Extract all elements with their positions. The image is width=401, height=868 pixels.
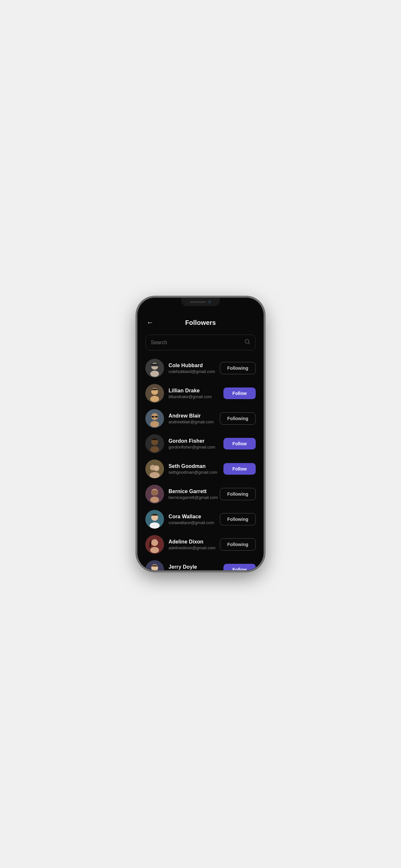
notch bbox=[181, 298, 220, 306]
svg-point-21 bbox=[154, 465, 159, 471]
user-info: Andrew Blair andrewblair@gmail.com bbox=[168, 413, 215, 424]
svg-point-25 bbox=[150, 497, 159, 503]
follow-button[interactable]: Following bbox=[220, 488, 256, 500]
user-name: Gordon Fisher bbox=[168, 438, 219, 444]
user-email: sethgoodman@gmail.com bbox=[168, 470, 219, 475]
user-name: Cora Wallace bbox=[168, 514, 215, 520]
notch-area bbox=[137, 298, 264, 312]
svg-rect-13 bbox=[151, 416, 154, 417]
svg-point-22 bbox=[150, 472, 160, 478]
follow-button[interactable]: Following bbox=[220, 412, 256, 425]
phone-screen: ← Followers bbox=[137, 298, 264, 570]
user-name: Seth Goodman bbox=[168, 463, 219, 469]
avatar bbox=[145, 460, 164, 478]
list-item: Lillian Drake lilliandrake@gmail.com Fol… bbox=[143, 381, 258, 406]
user-name: Bernice Garrett bbox=[168, 489, 215, 494]
follow-button[interactable]: Following bbox=[220, 513, 256, 525]
user-email: lilliandrake@gmail.com bbox=[168, 394, 219, 399]
avatar bbox=[145, 359, 164, 377]
follow-button[interactable]: Follow bbox=[223, 564, 256, 570]
svg-rect-14 bbox=[155, 416, 158, 417]
follow-button[interactable]: Following bbox=[220, 538, 256, 551]
header: ← Followers bbox=[137, 312, 264, 332]
svg-point-31 bbox=[150, 547, 159, 553]
user-email: andrewblair@gmail.com bbox=[168, 420, 215, 424]
follow-button[interactable]: Follow bbox=[223, 388, 256, 399]
user-info: Jerry Doyle jerrydoyle@gmail.com bbox=[168, 564, 219, 570]
user-info: Adeline Dixon adelinedixon@gmail.com bbox=[168, 539, 215, 550]
list-item: Cole Hubbard colehubbard@gmail.com Follo… bbox=[143, 355, 258, 381]
list-item: Gordon Fisher gordonfisher@gmail.com Fol… bbox=[143, 431, 258, 456]
list-item: Jerry Doyle jerrydoyle@gmail.com Follow bbox=[143, 557, 258, 570]
svg-point-12 bbox=[150, 421, 159, 427]
avatar bbox=[145, 384, 164, 403]
user-name: Cole Hubbard bbox=[168, 363, 215, 368]
user-email: gordonfisher@gmail.com bbox=[168, 445, 219, 450]
follow-button[interactable]: Following bbox=[220, 362, 256, 374]
user-info: Lillian Drake lilliandrake@gmail.com bbox=[168, 388, 219, 399]
svg-rect-6 bbox=[150, 365, 159, 366]
search-icon bbox=[244, 339, 250, 346]
avatar bbox=[145, 434, 164, 453]
page-title: Followers bbox=[185, 319, 216, 327]
user-name: Lillian Drake bbox=[168, 388, 219, 394]
avatar bbox=[145, 560, 164, 570]
list-item: Andrew Blair andrewblair@gmail.com Follo… bbox=[143, 406, 258, 431]
user-name: Andrew Blair bbox=[168, 413, 215, 419]
speaker bbox=[190, 301, 206, 303]
user-info: Bernice Garrett bernicegarrett@gmail.com bbox=[168, 489, 215, 500]
avatar bbox=[145, 510, 164, 529]
svg-point-4 bbox=[150, 371, 159, 377]
search-input[interactable] bbox=[151, 340, 241, 345]
user-email: colehubbard@gmail.com bbox=[168, 369, 215, 374]
user-name: Jerry Doyle bbox=[168, 564, 219, 570]
svg-line-1 bbox=[248, 343, 249, 344]
list-item: Cora Wallace corawallace@gmail.com Follo… bbox=[143, 507, 258, 532]
user-email: bernicegarrett@gmail.com bbox=[168, 495, 215, 500]
user-email: corawallace@gmail.com bbox=[168, 520, 215, 525]
list-item: Seth Goodman sethgoodman@gmail.com Follo… bbox=[143, 456, 258, 482]
screen-content[interactable]: ← Followers bbox=[137, 312, 264, 570]
phone-shell: ← Followers bbox=[137, 298, 264, 570]
user-list: Cole Hubbard colehubbard@gmail.com Follo… bbox=[137, 355, 264, 570]
back-button[interactable]: ← bbox=[145, 317, 155, 328]
user-info: Gordon Fisher gordonfisher@gmail.com bbox=[168, 438, 219, 450]
search-container bbox=[145, 335, 256, 350]
follow-button[interactable]: Follow bbox=[223, 438, 256, 450]
avatar bbox=[145, 485, 164, 503]
user-email: adelinedixon@gmail.com bbox=[168, 546, 215, 550]
user-name: Adeline Dixon bbox=[168, 539, 215, 545]
user-info: Cole Hubbard colehubbard@gmail.com bbox=[168, 363, 215, 374]
user-info: Seth Goodman sethgoodman@gmail.com bbox=[168, 463, 219, 475]
avatar bbox=[145, 409, 164, 428]
list-item: Adeline Dixon adelinedixon@gmail.com Fol… bbox=[143, 532, 258, 557]
follow-button[interactable]: Follow bbox=[223, 463, 256, 475]
list-item: Bernice Garrett bernicegarrett@gmail.com… bbox=[143, 482, 258, 507]
search-bar[interactable] bbox=[145, 335, 256, 350]
svg-point-18 bbox=[150, 446, 159, 453]
user-info: Cora Wallace corawallace@gmail.com bbox=[168, 514, 215, 525]
svg-point-9 bbox=[150, 396, 159, 402]
front-camera bbox=[208, 300, 211, 304]
svg-point-28 bbox=[150, 523, 160, 529]
avatar bbox=[145, 535, 164, 554]
